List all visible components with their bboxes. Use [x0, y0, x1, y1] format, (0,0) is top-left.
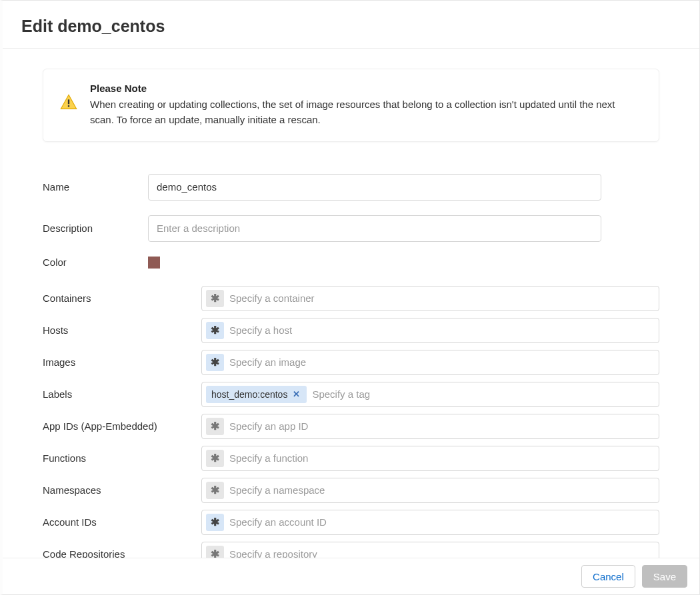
filter-label: Labels: [43, 388, 201, 400]
value-chip[interactable]: host_demo:centos✕: [206, 386, 307, 403]
asterisk-icon: ✱: [211, 485, 219, 496]
filter-tag-input[interactable]: ✱: [201, 350, 659, 375]
wildcard-chip[interactable]: ✱: [206, 450, 224, 467]
asterisk-icon: ✱: [211, 293, 219, 304]
filter-tag-input[interactable]: ✱: [201, 286, 659, 311]
filter-text-input[interactable]: [228, 516, 655, 528]
filter-row: Account IDs✱: [43, 510, 659, 535]
asterisk-icon: ✱: [211, 517, 219, 528]
info-note-title: Please Note: [90, 83, 639, 94]
filter-text-input[interactable]: [311, 388, 655, 400]
description-input[interactable]: [148, 215, 601, 242]
wildcard-chip[interactable]: ✱: [206, 322, 224, 339]
filter-row: Containers✱: [43, 286, 659, 311]
color-label: Color: [43, 257, 148, 268]
name-input[interactable]: [148, 174, 601, 201]
filter-label: Code Repositories: [43, 548, 201, 558]
filter-label: App IDs (App-Embedded): [43, 420, 201, 432]
description-label: Description: [43, 223, 148, 234]
filter-text-input[interactable]: [228, 324, 655, 336]
filter-row: Hosts✱: [43, 318, 659, 343]
filter-row: Labelshost_demo:centos✕: [43, 382, 659, 407]
cancel-button[interactable]: Cancel: [581, 565, 635, 588]
filter-row: Code Repositories✱: [43, 542, 659, 558]
svg-rect-0: [68, 99, 69, 104]
filter-label: Images: [43, 356, 201, 368]
info-note-text: Please Note When creating or updating co…: [90, 83, 639, 128]
resource-filters: Containers✱Hosts✱Images✱Labelshost_demo:…: [43, 286, 659, 558]
filter-tag-input[interactable]: ✱: [201, 510, 659, 535]
filter-tag-input[interactable]: ✱: [201, 446, 659, 471]
filter-label: Containers: [43, 293, 201, 304]
dialog-title: Edit demo_centos: [21, 17, 681, 36]
filter-label: Account IDs: [43, 516, 201, 528]
wildcard-chip[interactable]: ✱: [206, 418, 224, 435]
filter-text-input[interactable]: [228, 548, 655, 558]
name-label: Name: [43, 181, 148, 193]
color-swatch[interactable]: [148, 257, 160, 269]
edit-collection-dialog: Edit demo_centos Please Note When creati…: [0, 0, 700, 595]
asterisk-icon: ✱: [211, 421, 219, 432]
filter-row: Images✱: [43, 350, 659, 375]
filter-text-input[interactable]: [228, 420, 655, 432]
save-button[interactable]: Save: [642, 565, 687, 588]
wildcard-chip[interactable]: ✱: [206, 290, 224, 307]
filter-row: App IDs (App-Embedded)✱: [43, 414, 659, 439]
svg-rect-1: [68, 105, 69, 107]
wildcard-chip[interactable]: ✱: [206, 514, 224, 531]
filter-text-input[interactable]: [228, 356, 655, 368]
filter-tag-input[interactable]: ✱: [201, 318, 659, 343]
wildcard-chip[interactable]: ✱: [206, 482, 224, 499]
filter-tag-input[interactable]: host_demo:centos✕: [201, 382, 659, 407]
filter-text-input[interactable]: [228, 484, 655, 496]
filter-label: Functions: [43, 452, 201, 464]
wildcard-chip[interactable]: ✱: [206, 354, 224, 371]
filter-text-input[interactable]: [228, 452, 655, 464]
filter-tag-input[interactable]: ✱: [201, 478, 659, 503]
filter-tag-input[interactable]: ✱: [201, 542, 659, 558]
asterisk-icon: ✱: [211, 549, 219, 558]
info-note-body: When creating or updating collections, t…: [90, 97, 639, 128]
asterisk-icon: ✱: [211, 325, 219, 336]
filter-row: Namespaces✱: [43, 478, 659, 503]
remove-chip-icon[interactable]: ✕: [291, 390, 301, 398]
dialog-footer: Cancel Save: [3, 558, 699, 594]
filter-label: Hosts: [43, 324, 201, 336]
value-chip-text: host_demo:centos: [211, 389, 287, 400]
dialog-header: Edit demo_centos: [3, 1, 699, 49]
filter-text-input[interactable]: [228, 292, 655, 304]
wildcard-chip[interactable]: ✱: [206, 546, 224, 558]
asterisk-icon: ✱: [211, 357, 219, 368]
dialog-body-scroll[interactable]: Please Note When creating or updating co…: [3, 49, 699, 558]
filter-label: Namespaces: [43, 484, 201, 496]
filter-tag-input[interactable]: ✱: [201, 414, 659, 439]
asterisk-icon: ✱: [211, 453, 219, 464]
filter-row: Functions✱: [43, 446, 659, 471]
warning-icon: [59, 93, 78, 112]
info-note: Please Note When creating or updating co…: [43, 69, 659, 142]
